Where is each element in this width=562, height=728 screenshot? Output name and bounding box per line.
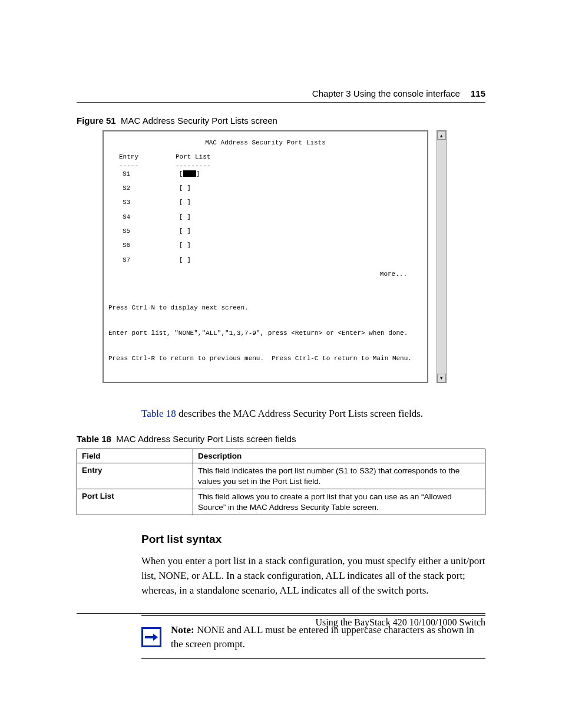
portlist-cell: [] bbox=[179, 170, 200, 178]
portlist-cell: [ ] bbox=[179, 227, 191, 235]
desc-cell: This field indicates the port list numbe… bbox=[193, 463, 485, 489]
body-paragraph: When you enter a port list in a stack co… bbox=[141, 554, 485, 598]
chapter-title: Chapter 3 Using the console interface bbox=[312, 88, 460, 98]
entry-cell: S7 bbox=[108, 256, 179, 264]
figure-caption: Figure 51 MAC Address Security Port List… bbox=[77, 116, 485, 126]
figure-label: Figure 51 bbox=[77, 116, 116, 126]
table-title: MAC Address Security Port Lists screen f… bbox=[116, 434, 296, 444]
table-label: Table 18 bbox=[77, 434, 111, 444]
table-header-row: Field Description bbox=[77, 449, 485, 463]
col-dash: --------- bbox=[176, 162, 210, 170]
portlist-cell: [ ] bbox=[179, 213, 191, 221]
entry-cell: S3 bbox=[108, 198, 179, 206]
col-dash: ----- bbox=[108, 162, 176, 170]
table-row: S5 [ ] bbox=[108, 227, 422, 235]
entry-cell: S4 bbox=[108, 213, 179, 221]
desc-cell: This field allows you to create a port l… bbox=[193, 489, 485, 515]
th-description: Description bbox=[193, 449, 485, 463]
footer: Using the BayStack 420 10/100/1000 Switc… bbox=[77, 613, 485, 628]
field-cell: Entry bbox=[77, 463, 193, 489]
th-field: Field bbox=[77, 449, 193, 463]
portlist-cell: [ ] bbox=[179, 184, 191, 192]
help-line: Press Ctrl-R to return to previous menu.… bbox=[108, 354, 422, 363]
console-title: MAC Address Security Port Lists bbox=[108, 139, 422, 147]
table-row: S4 [ ] bbox=[108, 213, 422, 221]
running-header: Chapter 3 Using the console interface 11… bbox=[77, 88, 485, 103]
portlist-cell: [ ] bbox=[179, 256, 191, 264]
table-row: S1 [] bbox=[108, 170, 422, 178]
scroll-down-button[interactable]: ▾ bbox=[437, 374, 446, 383]
scroll-up-button[interactable]: ▴ bbox=[437, 131, 446, 140]
table-row: Entry This field indicates the port list… bbox=[77, 463, 485, 489]
entry-cell: S5 bbox=[108, 227, 179, 235]
table-xref-link[interactable]: Table 18 bbox=[141, 408, 176, 419]
entry-cell: S6 bbox=[108, 241, 179, 249]
table-row: S6 [ ] bbox=[108, 241, 422, 249]
page-number: 115 bbox=[471, 88, 485, 98]
table-row: S2 [ ] bbox=[108, 184, 422, 192]
table-row: S7 [ ] bbox=[108, 256, 422, 264]
note-body: NONE and ALL must be entered in uppercas… bbox=[171, 624, 474, 650]
section-heading: Port list syntax bbox=[141, 533, 485, 546]
col-header-entry: Entry bbox=[108, 153, 176, 161]
help-line: Press Ctrl-N to display next screen. bbox=[108, 304, 422, 312]
col-header-portlist: Port List bbox=[176, 153, 210, 161]
table-row: S3 [ ] bbox=[108, 198, 422, 206]
figure-title: MAC Address Security Port Lists screen bbox=[121, 116, 277, 126]
help-line: Enter port list, "NONE","ALL","1,3,7-9",… bbox=[108, 329, 422, 337]
console-screenshot: MAC Address Security Port Lists Entry Po… bbox=[103, 130, 447, 383]
fields-table: Field Description Entry This field indic… bbox=[77, 449, 485, 515]
text-cursor bbox=[183, 170, 196, 177]
portlist-cell: [ ] bbox=[179, 198, 191, 206]
table-caption: Table 18 MAC Address Security Port Lists… bbox=[77, 434, 485, 444]
scrollbar[interactable]: ▴ ▾ bbox=[437, 130, 447, 383]
arrow-right-icon bbox=[141, 627, 161, 647]
table-row: Port List This field allows you to creat… bbox=[77, 489, 485, 515]
footer-text: Using the BayStack 420 10/100/1000 Switc… bbox=[316, 617, 485, 627]
portlist-cell: [ ] bbox=[179, 241, 191, 249]
intro-text: describes the MAC Address Security Port … bbox=[176, 408, 423, 419]
field-cell: Port List bbox=[77, 489, 193, 515]
entry-cell: S1 bbox=[108, 170, 179, 178]
more-indicator: More... bbox=[108, 270, 422, 278]
intro-paragraph: Table 18 describes the MAC Address Secur… bbox=[141, 407, 485, 421]
entry-cell: S2 bbox=[108, 184, 179, 192]
